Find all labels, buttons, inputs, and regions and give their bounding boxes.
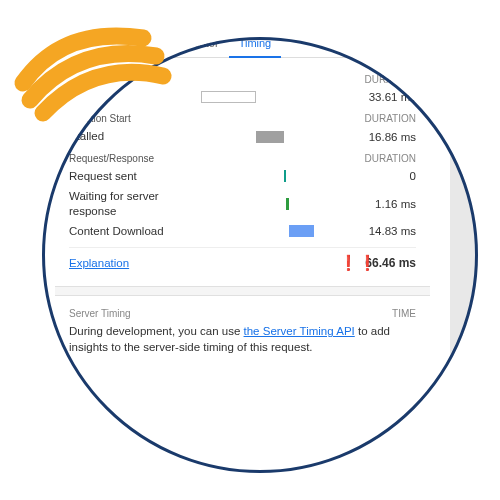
request-sent-label: Request sent — [69, 169, 201, 183]
request-sent-bar — [284, 170, 286, 182]
tab-bar: view Response Initiator Timing — [55, 30, 430, 58]
request-label: Request/Response — [69, 153, 154, 164]
download-value: 14.83 ms — [356, 225, 416, 237]
tab-initiator[interactable]: Initiator — [173, 30, 229, 57]
waiting-value: 1.16 ms — [356, 198, 416, 210]
waiting-label: Waiting for server response — [69, 189, 201, 218]
request-sent-value: 0 — [356, 170, 416, 182]
duration-header: DURATION — [365, 74, 416, 85]
tab-timing[interactable]: Timing — [229, 30, 282, 58]
download-label: Content Download — [69, 224, 201, 238]
total-row: Explanation ❗❗ 66.46 ms — [69, 247, 416, 278]
devtools-panel: locked response cooki view Response Init… — [55, 10, 430, 377]
queueing-bar — [201, 91, 256, 103]
tab-response[interactable]: Response — [103, 30, 173, 57]
tab-preview[interactable]: view — [61, 30, 103, 57]
request-header: Request/Response DURATION — [69, 147, 416, 166]
cookie-notice: locked response cooki — [55, 10, 430, 30]
total-value: ❗❗ 66.46 ms — [365, 256, 416, 270]
stalled-chart — [201, 130, 356, 144]
scheduling-label: cheduling — [69, 74, 112, 85]
background-label: psule — [462, 155, 488, 167]
server-timing-header: Server Timing TIME — [69, 304, 416, 323]
download-row: Content Download 14.83 ms — [69, 221, 416, 241]
stalled-value: 16.86 ms — [356, 131, 416, 143]
waiting-chart — [201, 197, 356, 211]
scheduling-header: cheduling DURATION — [69, 68, 416, 87]
explanation-link[interactable]: Explanation — [69, 257, 129, 269]
request-sent-row: Request sent 0 — [69, 166, 416, 186]
duration-header: DURATION — [365, 113, 416, 124]
server-timing-label: Server Timing — [69, 308, 131, 319]
duration-header: DURATION — [365, 153, 416, 164]
request-sent-chart — [201, 169, 356, 183]
queueing-chart — [201, 90, 356, 104]
server-timing-api-link[interactable]: the Server Timing API — [244, 325, 355, 337]
timing-section: cheduling DURATION eing 33.61 ms nnectio… — [55, 58, 430, 377]
server-timing-description: During development, you can use the Serv… — [69, 323, 416, 375]
waiting-bar — [286, 198, 289, 210]
background-sidebar — [450, 0, 500, 500]
server-desc-pre: During development, you can use — [69, 325, 244, 337]
queueing-label: eing — [69, 90, 201, 104]
time-header: TIME — [392, 308, 416, 319]
divider — [55, 286, 430, 296]
stalled-row: Stalled 16.86 ms — [69, 126, 416, 146]
download-bar — [289, 225, 314, 237]
download-chart — [201, 224, 356, 238]
waiting-row: Waiting for server response 1.16 ms — [69, 186, 416, 221]
connection-header: nnection Start DURATION — [69, 107, 416, 126]
queueing-value: 33.61 ms — [356, 91, 416, 103]
queueing-row: eing 33.61 ms — [69, 87, 416, 107]
stalled-bar — [256, 131, 284, 143]
alert-icon: ❗❗ — [339, 254, 377, 272]
stalled-label: Stalled — [69, 129, 201, 143]
connection-label: nnection Start — [69, 113, 131, 124]
